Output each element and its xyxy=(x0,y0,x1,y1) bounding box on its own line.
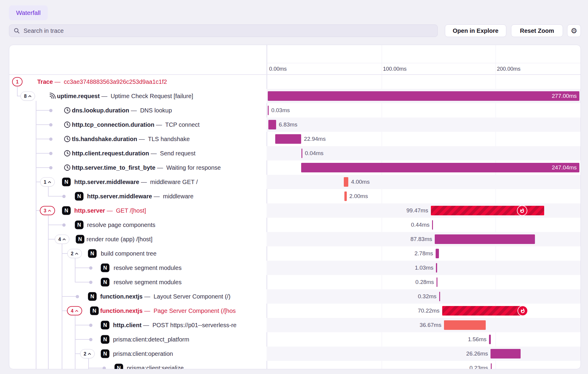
duration-label: 1.03ms xyxy=(415,265,433,271)
span-count-badge[interactable]: 2 xyxy=(80,349,95,358)
nextjs-icon: N xyxy=(75,192,83,201)
span-count-badge[interactable]: 2 xyxy=(67,249,82,258)
waterfall-row[interactable]: 87.83ms xyxy=(267,232,581,246)
nextjs-icon: N xyxy=(101,321,109,330)
span-count-badge[interactable]: 3 xyxy=(40,206,55,215)
span-duration-bar[interactable] xyxy=(432,220,433,230)
span-tree-row[interactable]: Nprisma:client:serialize xyxy=(9,361,267,369)
span-tree-row[interactable]: 3Nhttp.server — GET /[host] xyxy=(9,203,267,218)
tree-leaf-dot xyxy=(76,295,79,298)
span-icon-slot: N xyxy=(88,249,97,258)
span-tree-row[interactable]: Nresolve segment modules xyxy=(9,261,267,275)
waterfall-row[interactable]: 247.04ms xyxy=(267,160,581,175)
open-in-explore-button[interactable]: Open in Explore xyxy=(445,24,506,37)
span-tree-row[interactable]: 2Nprisma:client:operation xyxy=(9,347,267,361)
span-count-badge[interactable]: 4 xyxy=(67,306,82,316)
span-tree-row[interactable]: http.tcp_connection.duration — TCP conne… xyxy=(9,118,267,132)
span-tree-row[interactable]: 4Nfunction.nextjs — Page Server Componen… xyxy=(9,304,267,318)
span-duration-bar[interactable] xyxy=(437,277,437,287)
span-duration-bar[interactable] xyxy=(268,106,269,115)
waterfall-row[interactable]: 0.03ms xyxy=(267,103,581,118)
span-tree-row[interactable]: Nfunction.nextjs — Layout Server Compone… xyxy=(9,289,267,304)
clock-icon xyxy=(64,107,71,114)
span-duration-bar[interactable] xyxy=(490,349,520,358)
span-tree-row[interactable]: Nresolve segment modules xyxy=(9,275,267,289)
waterfall-row[interactable]: 22.94ms xyxy=(267,132,581,146)
span-count-badge[interactable]: 8 xyxy=(21,92,35,101)
waterfall-row[interactable]: 0.23ms xyxy=(267,361,581,369)
waterfall-row[interactable] xyxy=(267,75,581,89)
span-duration-bar[interactable] xyxy=(444,320,486,330)
span-duration-bar[interactable] xyxy=(439,292,440,301)
duration-label: 1.56ms xyxy=(468,336,486,343)
span-tree-row[interactable]: Nhttp.client — POST https://p01--serverl… xyxy=(9,318,267,332)
span-description: POST https://p01--serverless-re xyxy=(152,322,236,328)
span-count-badge[interactable]: 1 xyxy=(40,177,55,187)
tree-branch-line xyxy=(36,139,51,139)
settings-button[interactable]: ⚙ xyxy=(567,24,581,37)
span-icon-slot: N xyxy=(101,264,109,272)
span-duration-bar[interactable] xyxy=(344,191,347,201)
span-tree-row[interactable]: tls.handshake.duration — TLS handshake xyxy=(9,132,267,146)
waterfall-row[interactable]: 2.78ms xyxy=(267,246,581,261)
span-icon-slot: N xyxy=(101,350,109,358)
waterfall-row[interactable]: 0.44ms xyxy=(267,218,581,232)
span-duration-bar[interactable] xyxy=(436,249,439,258)
span-duration-bar[interactable] xyxy=(442,306,522,316)
waterfall-row[interactable]: 0.28ms xyxy=(267,275,581,289)
waterfall-row[interactable]: 70.22ms xyxy=(267,304,581,318)
span-duration-bar[interactable] xyxy=(275,134,301,144)
separator: — xyxy=(142,322,153,328)
span-tree-row[interactable]: 1Trace — cc3ae3748883563a926c253d9aa1c1f… xyxy=(9,75,267,89)
span-duration-bar[interactable] xyxy=(268,120,276,129)
waterfall-row[interactable]: 1.03ms xyxy=(267,261,581,275)
reset-zoom-button[interactable]: Reset Zoom xyxy=(511,24,563,37)
span-tree-row[interactable]: http.client.request.duration — Send requ… xyxy=(9,146,267,160)
waterfall-row[interactable]: 26.26ms xyxy=(267,347,581,361)
span-tree-row[interactable]: 2Nbuild component tree xyxy=(9,246,267,261)
span-tree-row[interactable]: http.server.time_to_first_byte — Waiting… xyxy=(9,160,267,175)
nextjs-icon: N xyxy=(76,235,84,244)
waterfall-row[interactable]: 1.56ms xyxy=(267,332,581,347)
waterfall-row[interactable]: 277.00ms xyxy=(267,89,581,103)
span-icon-slot xyxy=(64,164,71,171)
waterfall-row[interactable]: 36.67ms xyxy=(267,318,581,332)
separator: — xyxy=(154,121,165,128)
trace-search[interactable] xyxy=(9,24,438,37)
waterfall-row[interactable]: 0.04ms xyxy=(267,146,581,160)
span-tree-row[interactable]: Nhttp.server.middleware — middleware xyxy=(9,189,267,203)
tree-branch-line xyxy=(75,282,91,282)
duration-label: 22.94ms xyxy=(304,136,326,142)
span-duration-bar[interactable] xyxy=(489,335,491,344)
span-duration-bar[interactable] xyxy=(344,177,348,187)
duration-label: 0.04ms xyxy=(305,150,324,157)
fire-indicator-icon[interactable] xyxy=(517,205,527,216)
span-duration-bar[interactable] xyxy=(491,363,492,369)
search-input[interactable] xyxy=(23,27,433,35)
waterfall-row[interactable]: 4.00ms xyxy=(267,175,581,189)
span-duration-bar[interactable] xyxy=(301,149,302,158)
span-tree-row[interactable]: Nresolve page components xyxy=(9,218,267,232)
span-tree-row[interactable]: Nprisma:client:detect_platform xyxy=(9,332,267,347)
nextjs-icon: N xyxy=(114,364,123,370)
span-tree-row[interactable]: 1Nhttp.server.middleware — middleware GE… xyxy=(9,175,267,189)
span-op-name: build component tree xyxy=(101,250,157,257)
span-tree-row[interactable]: 8uptime.request — Uptime Check Request [… xyxy=(9,89,267,103)
span-duration-bar[interactable] xyxy=(435,234,535,244)
waterfall-row[interactable]: 0.32ms xyxy=(267,289,581,304)
span-op-name: Trace xyxy=(37,78,53,85)
span-duration-bar[interactable] xyxy=(436,263,437,273)
span-title: resolve segment modules xyxy=(114,279,182,286)
waterfall-row[interactable]: 99.47ms xyxy=(267,203,581,218)
span-count-badge[interactable]: 4 xyxy=(55,235,69,244)
waterfall-row[interactable]: 2.00ms xyxy=(267,189,581,203)
waterfall-row[interactable]: 6.83ms xyxy=(267,118,581,132)
clock-icon xyxy=(64,164,71,171)
fire-indicator-icon[interactable] xyxy=(518,306,528,316)
span-count-badge[interactable]: 1 xyxy=(12,77,23,86)
span-tree-row[interactable]: 4Nrender route (app) /[host] xyxy=(9,232,267,246)
separator: — xyxy=(149,150,160,157)
span-tree-row[interactable]: dns.lookup.duration — DNS lookup xyxy=(9,103,267,118)
nextjs-icon: N xyxy=(101,278,109,287)
tab-waterfall[interactable]: Waterfall xyxy=(9,5,48,20)
